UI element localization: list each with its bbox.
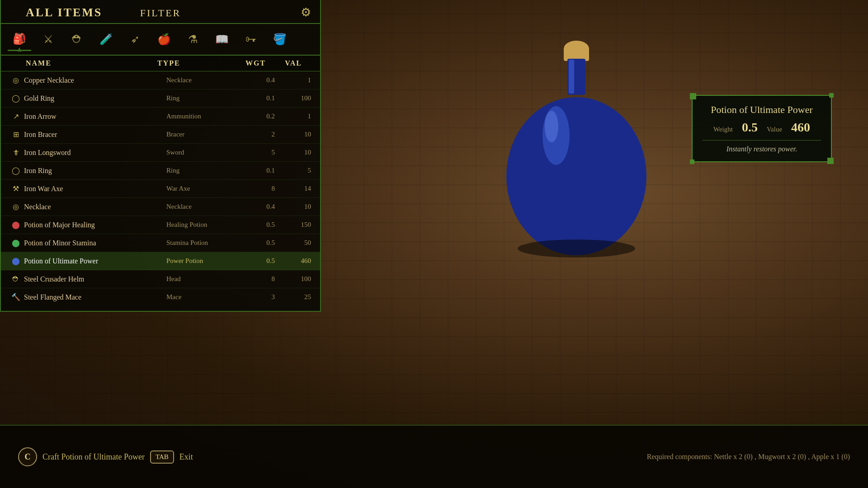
item-value: 1 — [275, 113, 311, 120]
item-name: Iron War Axe — [24, 185, 166, 193]
value-label: Value — [767, 126, 782, 133]
item-type: Ring — [166, 94, 239, 102]
item-row[interactable]: 🗡 Iron Longsword Sword 5 10 — [1, 144, 320, 162]
filter-misc[interactable]: 🪣 — [268, 28, 292, 51]
item-row[interactable]: ⬤ Potion of Major Healing Healing Potion… — [1, 216, 320, 234]
item-weight: 0.4 — [239, 76, 275, 84]
item-type: Mace — [166, 293, 239, 301]
panel-title: ALL ITEMS — [26, 6, 102, 19]
item-row[interactable]: ↗ Iron Arrow Ammunition 0.2 1 — [1, 108, 320, 126]
weight-label: Weight — [713, 126, 733, 133]
item-list[interactable]: ◎ Copper Necklace Necklace 0.4 1 ◯ Gold … — [1, 71, 320, 302]
item-type: Healing Potion — [166, 221, 239, 229]
item-value: 460 — [275, 257, 311, 265]
item-row[interactable]: ⬤ Potion of Ultimate Power Power Potion … — [1, 252, 320, 270]
item-weight: 0.4 — [239, 203, 275, 211]
col-name: NAME — [26, 59, 157, 67]
item-weight: 0.1 — [239, 167, 275, 174]
settings-button[interactable]: ⚙ — [301, 5, 311, 19]
value-value: 460 — [791, 120, 810, 135]
col-val: VAL — [266, 59, 302, 67]
item-row[interactable]: ⚒ Iron War Axe War Axe 8 14 — [1, 180, 320, 198]
corner-decoration-tr — [829, 93, 834, 98]
item-type: War Axe — [166, 185, 239, 192]
item-icon: ⊞ — [8, 130, 24, 139]
item-preview-panel: Potion of Ultimate Power Weight 0.5 Valu… — [321, 0, 868, 312]
item-row[interactable]: 🔨 Steel Flanged Mace Mace 3 25 — [1, 288, 320, 302]
item-name: Potion of Ultimate Power — [24, 257, 166, 265]
filter-alchemy[interactable]: ⚗ — [181, 28, 205, 51]
svg-point-5 — [545, 111, 558, 142]
item-weight: 3 — [239, 293, 275, 301]
item-value: 10 — [275, 149, 311, 156]
svg-point-3 — [506, 97, 646, 255]
filter-bar: 🎒 ▲ ⚔ ⛑ 🧪 ➶ 🍎 ⚗ 📖 🗝 🪣 — [1, 24, 320, 56]
item-type: Necklace — [166, 203, 239, 211]
item-row[interactable]: ◯ Iron Ring Ring 0.1 5 — [1, 162, 320, 180]
item-name: Potion of Major Healing — [24, 221, 166, 229]
item-type: Power Potion — [166, 257, 239, 265]
col-wgt: WGT — [230, 59, 266, 67]
filter-all[interactable]: 🎒 ▲ — [8, 28, 31, 51]
potion-image — [486, 9, 667, 262]
item-name: Iron Ring — [24, 167, 166, 175]
item-tooltip: Potion of Ultimate Power Weight 0.5 Valu… — [692, 95, 832, 162]
item-icon: ◯ — [8, 166, 24, 175]
item-value: 100 — [275, 275, 311, 283]
item-type: Head — [166, 275, 239, 283]
item-row[interactable]: ⛑ Steel Crusader Helm Head 8 100 — [1, 270, 320, 288]
filter-keys[interactable]: 🗝 — [239, 28, 263, 51]
tooltip-item-name: Potion of Ultimate Power — [703, 104, 821, 116]
item-value: 10 — [275, 131, 311, 138]
item-icon: ◎ — [8, 76, 24, 84]
item-value: 5 — [275, 167, 311, 174]
item-weight: 2 — [239, 131, 275, 138]
item-name: Steel Flanged Mace — [24, 293, 166, 301]
item-name: Gold Ring — [24, 94, 166, 103]
exit-key[interactable]: TAB — [150, 450, 174, 464]
required-components: Required components: Nettle x 2 (0) , Mu… — [647, 451, 850, 462]
col-type: TYPE — [157, 59, 230, 67]
item-icon: ⬤ — [8, 221, 24, 229]
item-icon: ⬤ — [8, 239, 24, 247]
item-type: Sword — [166, 149, 239, 156]
item-weight: 0.5 — [239, 239, 275, 247]
item-name: Iron Bracer — [24, 131, 166, 139]
item-name: Steel Crusader Helm — [24, 275, 166, 283]
craft-action: C Craft Potion of Ultimate Power TAB Exi… — [18, 447, 193, 466]
item-icon: ⚒ — [8, 184, 24, 193]
table-header: NAME TYPE WGT VAL — [1, 56, 320, 71]
tooltip-description: Instantly restores power. — [703, 140, 821, 153]
item-row[interactable]: ◯ Gold Ring Ring 0.1 100 — [1, 89, 320, 108]
item-icon: 🔨 — [8, 293, 24, 301]
item-weight: 0.2 — [239, 113, 275, 120]
item-weight: 0.5 — [239, 257, 275, 265]
filter-armor[interactable]: ⛑ — [66, 28, 89, 51]
weight-value: 0.5 — [742, 120, 758, 135]
item-value: 25 — [275, 293, 311, 301]
item-value: 100 — [275, 94, 311, 102]
bottom-bar: C Craft Potion of Ultimate Power TAB Exi… — [0, 425, 868, 488]
filter-ammo[interactable]: ➶ — [123, 28, 147, 51]
corner-decoration-bl — [690, 160, 694, 164]
item-row[interactable]: ◎ Copper Necklace Necklace 0.4 1 — [1, 71, 320, 89]
item-name: Iron Arrow — [24, 113, 166, 121]
item-value: 50 — [275, 239, 311, 247]
craft-key[interactable]: C — [18, 447, 37, 466]
filter-potions[interactable]: 🧪 — [94, 28, 118, 51]
item-weight: 5 — [239, 149, 275, 156]
item-row[interactable]: ◎ Necklace Necklace 0.4 10 — [1, 198, 320, 216]
inventory-panel: ALL ITEMS FILTER ⚙ 🎒 ▲ ⚔ ⛑ 🧪 ➶ 🍎 ⚗ 📖 🗝 🪣… — [0, 0, 321, 312]
exit-label: Exit — [179, 452, 193, 462]
item-icon: ⬤ — [8, 257, 24, 265]
item-weight: 8 — [239, 185, 275, 192]
filter-food[interactable]: 🍎 — [152, 28, 176, 51]
item-weight: 0.1 — [239, 94, 275, 102]
filter-books[interactable]: 📖 — [210, 28, 234, 51]
item-value: 150 — [275, 221, 311, 229]
item-row[interactable]: ⬤ Potion of Minor Stamina Stamina Potion… — [1, 234, 320, 252]
item-value: 14 — [275, 185, 311, 192]
filter-weapons[interactable]: ⚔ — [37, 28, 60, 51]
item-row[interactable]: ⊞ Iron Bracer Bracer 2 10 — [1, 126, 320, 144]
item-value: 10 — [275, 203, 311, 211]
